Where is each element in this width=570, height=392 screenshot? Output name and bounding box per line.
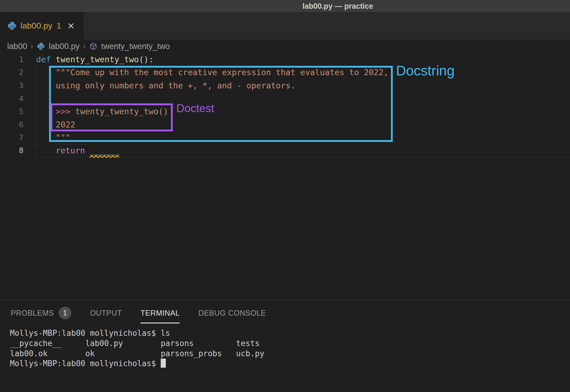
tab-warning-badge: 1: [57, 21, 61, 31]
tab-output-label: OUTPUT: [90, 309, 122, 317]
breadcrumb: lab00 › lab00.py › twenty_twenty_two: [7, 40, 170, 53]
tab-strip: lab00.py 1: [0, 12, 570, 40]
line-number: 6: [0, 118, 23, 131]
line-number: 7: [0, 131, 23, 144]
window-title: lab00.py — practice: [302, 0, 373, 12]
line-number: 3: [0, 79, 23, 92]
docstring-annotation-label: Docstring: [396, 63, 454, 79]
tab-debug-console-label: DEBUG CONSOLE: [198, 309, 266, 317]
python-icon: [37, 42, 45, 51]
line-number: 1: [0, 53, 23, 66]
tab-lab00py[interactable]: lab00.py 1: [0, 12, 84, 40]
tab-output[interactable]: OUTPUT: [90, 302, 122, 323]
keyword-def: def: [36, 55, 56, 64]
line-number: 4: [0, 92, 23, 105]
space: [85, 146, 90, 155]
line-number: 2: [0, 66, 23, 79]
tab-terminal-label: TERMINAL: [141, 309, 180, 317]
doctest-annotation-box: [51, 103, 173, 131]
breadcrumb-item-lab00[interactable]: lab00: [7, 42, 27, 51]
panel-tab-bar: PROBLEMS 1 OUTPUT TERMINAL DEBUG CONSOLE: [11, 302, 266, 323]
tab-terminal[interactable]: TERMINAL: [141, 302, 180, 323]
terminal-prompt-line[interactable]: Mollys-MBP:lab00 mollynicholas$: [10, 358, 166, 369]
terminal-prompt-text: Mollys-MBP:lab00 mollynicholas$: [10, 359, 161, 368]
vscode-window: lab00.py — practice lab00.py 1 lab00 ›: [0, 0, 570, 392]
fill-in-blank: ______: [90, 146, 119, 155]
panel-divider: [0, 300, 570, 300]
chevron-right-icon: ›: [83, 42, 85, 50]
warning-squiggle: [90, 155, 120, 158]
symbol-cube-icon: [89, 42, 98, 51]
chevron-right-icon: ›: [31, 42, 33, 50]
python-icon: [7, 21, 17, 31]
tab-problems-label: PROBLEMS: [11, 309, 54, 317]
title-bar: lab00.py — practice: [0, 0, 570, 12]
line-number-active: 8: [0, 144, 23, 157]
close-icon[interactable]: [67, 22, 75, 30]
code-line-1[interactable]: def twenty_twenty_two():: [36, 53, 153, 66]
terminal-line: __pycache__ lab00.py parsons tests: [10, 338, 260, 348]
line-number: 5: [0, 105, 23, 118]
doctest-annotation-label: Doctest: [176, 102, 214, 115]
keyword-return: return: [56, 146, 85, 155]
breadcrumb-item-file[interactable]: lab00.py: [49, 42, 79, 51]
tab-label: lab00.py: [20, 21, 52, 31]
problems-count-badge: 1: [59, 307, 71, 319]
tab-debug-console[interactable]: DEBUG CONSOLE: [198, 302, 266, 323]
indent: [36, 146, 56, 155]
breadcrumb-item-symbol[interactable]: twenty_twenty_two: [101, 42, 170, 51]
function-name: twenty_twenty_two: [56, 55, 139, 64]
tab-problems[interactable]: PROBLEMS 1: [11, 302, 71, 323]
punctuation: ():: [139, 55, 153, 64]
terminal-line: Mollys-MBP:lab00 mollynicholas$ ls: [10, 328, 170, 338]
terminal-cursor: [161, 359, 166, 368]
terminal-line: lab00.ok ok parsons_probs ucb.py: [10, 348, 264, 359]
